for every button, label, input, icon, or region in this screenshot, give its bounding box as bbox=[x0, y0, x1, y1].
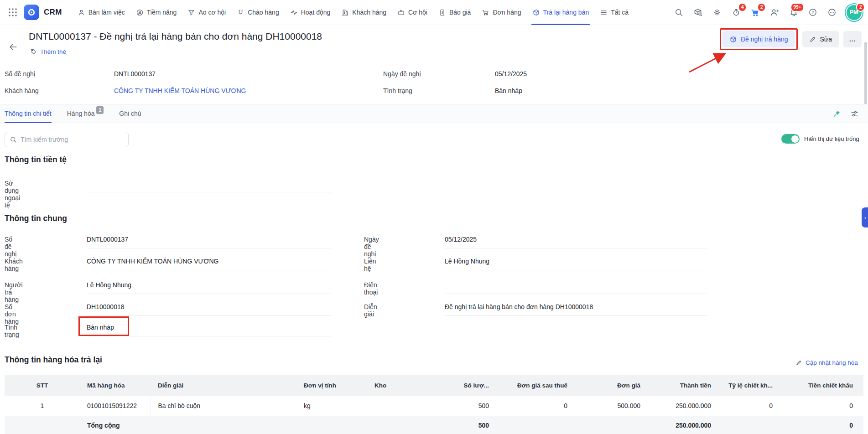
package-search-icon bbox=[693, 8, 702, 17]
summary-row-2: Khách hàng CÔNG TY TNHH KIỂM TOÁN HÙNG V… bbox=[0, 83, 868, 100]
app-launcher-icon[interactable] bbox=[7, 7, 18, 18]
top-navigation-bar: CRM Bàn làm việc Tiềm năng Ao cơ hội Chà… bbox=[0, 0, 868, 25]
col-unit[interactable]: Đơn vị tính bbox=[296, 375, 367, 396]
field-label: Số đề nghị bbox=[5, 70, 35, 78]
field-value: DNTL0000137 bbox=[87, 236, 331, 248]
return-request-button[interactable]: Đề nghị trả hàng bbox=[722, 31, 795, 47]
cell-stt: 1 bbox=[5, 396, 80, 416]
pin-icon[interactable] bbox=[832, 109, 841, 118]
customer-link[interactable]: CÔNG TY TNHH KIỂM TOÁN HÙNG VƯƠNG bbox=[87, 258, 331, 270]
tab-notes[interactable]: Ghi chú bbox=[119, 104, 141, 123]
col-item-code[interactable]: Mã hàng hóa bbox=[80, 375, 151, 396]
edit-button[interactable]: Sửa bbox=[802, 31, 839, 47]
cart-icon bbox=[482, 9, 489, 16]
nav-item-opportunity-pool[interactable]: Ao cơ hội bbox=[182, 0, 231, 25]
svg-text:?: ? bbox=[811, 10, 814, 15]
col-amount[interactable]: Thành tiền bbox=[644, 375, 715, 396]
chevron-left-icon: ‹ bbox=[864, 215, 866, 221]
crm-return-request-page: CRM Bàn làm việc Tiềm năng Ao cơ hội Chà… bbox=[0, 0, 868, 434]
nav-item-quotes[interactable]: $ Báo giá bbox=[433, 0, 476, 25]
nav-item-activities[interactable]: Hoạt động bbox=[285, 0, 336, 25]
update-items-link[interactable]: Cập nhật hàng hóa bbox=[795, 359, 858, 366]
ellipsis-circle-icon bbox=[827, 8, 837, 17]
col-unit-price[interactable]: Đơn giá bbox=[571, 375, 644, 396]
col-filler bbox=[857, 375, 863, 396]
menu-icon bbox=[600, 9, 608, 16]
field-value: 05/12/2025 bbox=[495, 70, 527, 78]
total-amount: 250.000.000 bbox=[644, 416, 715, 434]
cell-warehouse bbox=[367, 396, 438, 416]
help-button[interactable]: ? bbox=[804, 4, 821, 21]
contact-link[interactable]: Lê Hồng Nhung bbox=[445, 258, 707, 270]
cell-price-after-tax: 0 bbox=[493, 396, 571, 416]
field-value: Đề nghị trả lại hàng bán cho đơn hàng DH… bbox=[445, 303, 707, 316]
tab-bar: Thông tin chi tiết Hàng hóa 1 Ghi chú bbox=[0, 104, 868, 123]
briefcase-icon bbox=[397, 9, 405, 16]
col-stt[interactable]: STT bbox=[5, 375, 80, 396]
notifications-button[interactable]: 99+ bbox=[785, 4, 802, 21]
notifications-badge: 99+ bbox=[790, 3, 804, 12]
sliders-icon[interactable] bbox=[850, 109, 859, 118]
col-discount-amount[interactable]: Tiền chiết khấu bbox=[776, 375, 857, 396]
nav-item-workspace[interactable]: Bàn làm việc bbox=[72, 0, 130, 25]
svg-text:$: $ bbox=[442, 10, 443, 14]
col-description[interactable]: Diễn giải bbox=[151, 375, 296, 396]
tab-details[interactable]: Thông tin chi tiết bbox=[5, 104, 52, 123]
back-button[interactable] bbox=[6, 40, 20, 54]
nav-item-customers[interactable]: Khách hàng bbox=[336, 0, 392, 25]
col-discount-rate[interactable]: Tỷ lệ chiết kh... bbox=[715, 375, 776, 396]
reminders-button[interactable]: 4 bbox=[728, 4, 744, 21]
tabbar-tools bbox=[832, 104, 868, 123]
magnet-icon bbox=[237, 9, 244, 16]
search-placeholder: Tìm kiếm trường bbox=[21, 136, 68, 143]
toggle-label: Hiển thị dữ liệu trống bbox=[804, 135, 859, 142]
customer-link[interactable]: CÔNG TY TNHH KIỂM TOÁN HÙNG VƯƠNG bbox=[114, 87, 246, 94]
topnav-utilities: 4 2 99+ ? PM 2 bbox=[670, 4, 863, 21]
user-avatar[interactable]: PM 2 bbox=[842, 4, 863, 21]
side-panel-handle[interactable]: ‹ bbox=[862, 207, 868, 227]
tab-goods-count-badge: 1 bbox=[96, 106, 104, 114]
search-button[interactable] bbox=[670, 4, 687, 21]
user-plus-icon bbox=[770, 8, 779, 17]
show-empty-toggle[interactable] bbox=[781, 134, 800, 144]
annotation-rect-status bbox=[78, 316, 129, 336]
settings-button[interactable] bbox=[708, 4, 725, 21]
shopping-cart-button[interactable]: 2 bbox=[747, 4, 764, 21]
nav-item-leads[interactable]: Tiềm năng bbox=[130, 0, 182, 25]
cell-quantity: 500 bbox=[438, 396, 493, 416]
col-quantity[interactable]: Số lượ... bbox=[438, 375, 493, 396]
table-row[interactable]: 1 01001015091222 Ba chỉ bò cuộn kg 500 0… bbox=[5, 396, 863, 416]
help-icon: ? bbox=[808, 8, 817, 17]
total-discount: 0 bbox=[776, 416, 857, 434]
tab-goods[interactable]: Hàng hóa 1 bbox=[67, 104, 104, 123]
search-icon bbox=[674, 8, 683, 17]
table-total-row: Tổng cộng 500 250.000.000 0 bbox=[5, 416, 863, 434]
nav-item-orders[interactable]: Đơn hàng bbox=[476, 0, 526, 25]
field-search-input[interactable]: Tìm kiếm trường bbox=[5, 132, 129, 147]
cell-discount-amount: 0 bbox=[776, 396, 857, 416]
nav-item-opportunities[interactable]: Cơ hội bbox=[392, 0, 433, 25]
more-actions-button[interactable]: ... bbox=[843, 31, 862, 47]
field-label: Sử dụng ngoại tệ bbox=[5, 180, 20, 209]
pencil-icon bbox=[809, 36, 816, 43]
add-user-button[interactable] bbox=[766, 4, 783, 21]
nav-item-offers[interactable]: Chào hàng bbox=[231, 0, 285, 25]
col-price-after-tax[interactable]: Đơn giá sau thuế bbox=[493, 375, 571, 396]
nav-item-sales-returns[interactable]: Trả lại hàng bán bbox=[527, 0, 595, 25]
total-label: Tổng cộng bbox=[80, 416, 151, 434]
cell-description: Ba chỉ bò cuộn bbox=[151, 396, 296, 416]
more-apps-button[interactable] bbox=[823, 4, 840, 21]
lead-icon bbox=[136, 9, 144, 16]
product-lookup-button[interactable] bbox=[689, 4, 706, 21]
vertical-scrollbar[interactable] bbox=[864, 42, 867, 110]
crm-logo-icon[interactable] bbox=[24, 5, 39, 20]
nav-item-all[interactable]: Tất cả bbox=[594, 0, 634, 25]
field-value bbox=[87, 180, 331, 192]
col-warehouse[interactable]: Kho bbox=[367, 375, 438, 396]
add-tag-link[interactable]: Thêm thẻ bbox=[30, 48, 66, 55]
order-link[interactable]: DH10000018 bbox=[87, 303, 331, 316]
items-table: STT Mã hàng hóa Diễn giải Đơn vị tính Kh… bbox=[5, 375, 863, 434]
back-arrow-icon bbox=[8, 42, 18, 52]
annotation-rect-return-button: Đề nghị trả hàng bbox=[720, 28, 798, 50]
field-label: Diễn giải bbox=[364, 303, 377, 318]
